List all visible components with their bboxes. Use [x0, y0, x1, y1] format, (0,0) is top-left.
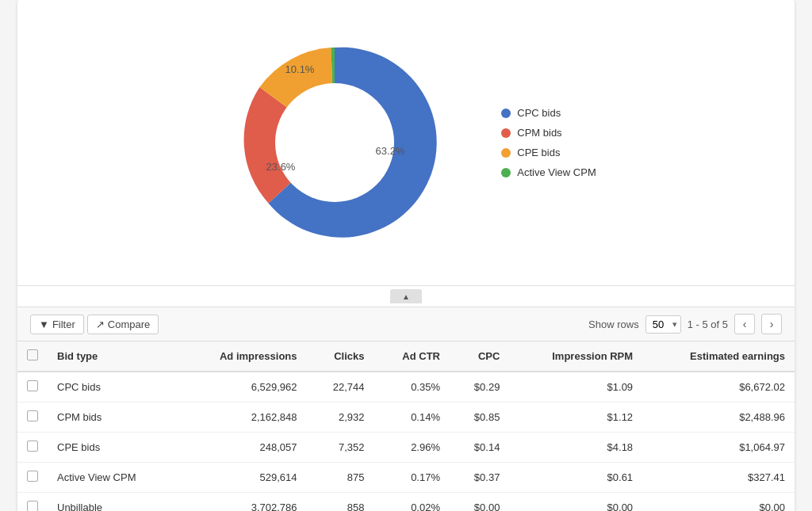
row-checkbox-cell — [17, 433, 48, 463]
filter-icon: ▼ — [39, 318, 49, 330]
toolbar: ▼ Filter ↗ Compare Show rows 50 25 10 1 … — [17, 307, 795, 341]
row-checkbox[interactable] — [27, 440, 38, 452]
row-rpm: $1.09 — [509, 372, 642, 402]
toolbar-left: ▼ Filter ↗ Compare — [30, 315, 159, 334]
legend-label-cpc: CPC bids — [517, 107, 561, 119]
row-rpm: $0.61 — [509, 463, 642, 493]
row-checkbox-cell — [17, 463, 48, 493]
col-clicks[interactable]: Clicks — [307, 341, 374, 372]
row-cpc: $0.14 — [450, 433, 509, 463]
row-earnings: $1,064.97 — [642, 433, 795, 463]
row-bid-type: Active View CPM — [48, 463, 178, 493]
rows-select-wrapper: 50 25 10 — [645, 315, 681, 334]
header-checkbox[interactable] — [27, 349, 38, 360]
row-checkbox-cell — [17, 493, 48, 512]
row-ctr: 0.17% — [374, 463, 450, 493]
collapse-handle: ▲ — [17, 285, 795, 307]
toolbar-right: Show rows 50 25 10 1 - 5 of 5 ‹ › — [588, 314, 782, 334]
col-impressions[interactable]: Ad impressions — [178, 341, 307, 372]
table-row: CPM bids 2,162,848 2,932 0.14% $0.85 $1.… — [17, 402, 795, 433]
row-impressions: 248,057 — [178, 433, 307, 463]
legend-dot-active-view — [501, 168, 511, 177]
table-header-row: Bid type Ad impressions Clicks Ad CTR CP… — [17, 341, 795, 372]
row-cpc: $0.85 — [450, 402, 509, 433]
row-earnings: $2,488.96 — [642, 402, 795, 433]
filter-label: Filter — [52, 318, 75, 330]
row-impressions: 2,162,848 — [178, 402, 307, 433]
filter-button[interactable]: ▼ Filter — [30, 315, 84, 334]
row-earnings: $327.41 — [642, 463, 795, 493]
legend-item-cpm: CPM bids — [501, 127, 596, 139]
row-ctr: 0.14% — [374, 402, 450, 433]
row-checkbox[interactable] — [27, 380, 38, 391]
legend-label-active-view: Active View CPM — [517, 166, 596, 178]
row-clicks: 22,744 — [307, 372, 374, 402]
legend-item-active-view: Active View CPM — [501, 166, 596, 178]
legend-item-cpe: CPE bids — [501, 147, 596, 158]
row-cpc: $0.00 — [450, 493, 509, 512]
table-body: CPC bids 6,529,962 22,744 0.35% $0.29 $1… — [17, 372, 795, 511]
row-bid-type: CPE bids — [48, 433, 178, 463]
row-rpm: $4.18 — [509, 433, 642, 463]
row-cpc: $0.29 — [450, 372, 509, 402]
row-checkbox[interactable] — [27, 410, 38, 421]
row-bid-type: CPC bids — [48, 372, 178, 402]
compare-button[interactable]: ↗ Compare — [87, 315, 159, 334]
legend-label-cpe: CPE bids — [517, 147, 560, 158]
next-page-button[interactable]: › — [761, 314, 782, 334]
row-ctr: 0.35% — [374, 372, 450, 402]
donut-chart: 63.2% 23.6% 10.1% — [216, 24, 454, 261]
compare-label: Compare — [108, 318, 150, 330]
label-cpe: 10.1% — [285, 63, 315, 75]
legend-dot-cpe — [501, 148, 511, 158]
chart-area: 63.2% 23.6% 10.1% CPC bids CPM bids CPE … — [17, 0, 795, 285]
legend-dot-cpm — [501, 128, 511, 138]
table-row: Active View CPM 529,614 875 0.17% $0.37 … — [17, 463, 795, 493]
row-ctr: 2.96% — [374, 433, 450, 463]
chart-legend: CPC bids CPM bids CPE bids Active View C… — [501, 107, 596, 178]
table-row: CPC bids 6,529,962 22,744 0.35% $0.29 $1… — [17, 372, 795, 402]
row-clicks: 7,352 — [307, 433, 374, 463]
row-ctr: 0.02% — [374, 493, 450, 512]
row-checkbox-cell — [17, 402, 48, 433]
row-clicks: 2,932 — [307, 402, 374, 433]
row-bid-type: Unbillable — [48, 493, 178, 512]
row-rpm: $0.00 — [509, 493, 642, 512]
row-impressions: 529,614 — [178, 463, 307, 493]
table-row: CPE bids 248,057 7,352 2.96% $0.14 $4.18… — [17, 433, 795, 463]
prev-page-button[interactable]: ‹ — [734, 314, 755, 334]
legend-item-cpc: CPC bids — [501, 107, 596, 119]
rows-select[interactable]: 50 25 10 — [645, 315, 681, 334]
row-cpc: $0.37 — [450, 463, 509, 493]
row-checkbox[interactable] — [27, 501, 38, 511]
main-container: 63.2% 23.6% 10.1% CPC bids CPM bids CPE … — [17, 0, 795, 511]
row-impressions: 6,529,962 — [178, 372, 307, 402]
label-cpm: 23.6% — [266, 161, 296, 173]
label-cpc: 63.2% — [376, 145, 405, 157]
page-info: 1 - 5 of 5 — [688, 318, 728, 330]
legend-label-cpm: CPM bids — [517, 127, 561, 139]
row-impressions: 3,702,786 — [178, 493, 307, 512]
table-row: Unbillable 3,702,786 858 0.02% $0.00 $0.… — [17, 493, 795, 512]
collapse-button[interactable]: ▲ — [390, 289, 422, 303]
row-checkbox-cell — [17, 372, 48, 402]
data-table: Bid type Ad impressions Clicks Ad CTR CP… — [17, 341, 795, 511]
row-rpm: $1.12 — [509, 402, 642, 433]
col-bid-type[interactable]: Bid type — [48, 341, 178, 372]
col-rpm[interactable]: Impression RPM — [509, 341, 642, 372]
row-checkbox[interactable] — [27, 471, 38, 482]
row-earnings: $6,672.02 — [642, 372, 795, 402]
col-checkbox — [17, 341, 48, 372]
col-earnings[interactable]: Estimated earnings — [642, 341, 795, 372]
row-earnings: $0.00 — [642, 493, 795, 512]
show-rows-label: Show rows — [588, 318, 639, 330]
data-table-wrapper: Bid type Ad impressions Clicks Ad CTR CP… — [17, 341, 795, 511]
legend-dot-cpc — [501, 109, 511, 118]
compare-icon: ↗ — [96, 318, 105, 330]
col-ctr[interactable]: Ad CTR — [374, 341, 450, 372]
row-bid-type: CPM bids — [48, 402, 178, 433]
col-cpc[interactable]: CPC — [450, 341, 509, 372]
row-clicks: 875 — [307, 463, 374, 493]
donut-hole — [275, 83, 394, 202]
row-clicks: 858 — [307, 493, 374, 512]
